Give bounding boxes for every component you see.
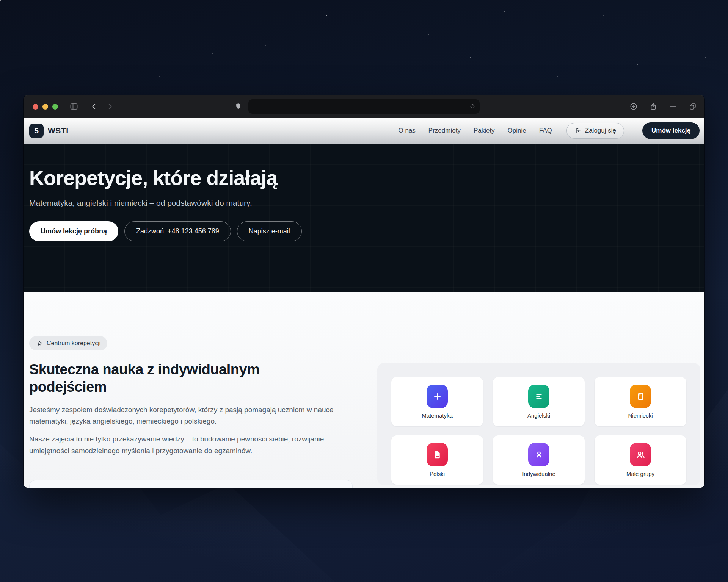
url-input[interactable] — [252, 103, 469, 110]
minimize-button[interactable] — [42, 104, 48, 110]
nav-menu: O nasPrzedmiotyPakietyOpinieFAQ Zaloguj … — [398, 122, 700, 139]
subject-label: Matematyka — [422, 412, 453, 419]
people-icon — [630, 443, 651, 466]
login-button[interactable]: Zaloguj się — [566, 123, 624, 139]
back-icon[interactable] — [90, 102, 98, 111]
text-lines-icon — [528, 385, 549, 408]
subject-label: Angielski — [527, 412, 550, 419]
login-label: Zaloguj się — [585, 127, 616, 135]
hero-actions: Umów lekcję próbnąZadzwoń: +48 123 456 7… — [29, 221, 704, 241]
downloads-icon[interactable] — [629, 102, 638, 111]
about-section: Centrum korepetycji Skuteczna nauka z in… — [24, 292, 704, 488]
logo-badge: 5 — [29, 124, 44, 138]
subject-card-niemiecki[interactable]: Niemiecki — [595, 377, 686, 426]
star-icon — [36, 340, 43, 347]
hero-button-0[interactable]: Umów lekcję próbną — [29, 221, 118, 241]
browser-window: 5 WSTI O nasPrzedmiotyPakietyOpinieFAQ Z… — [24, 95, 704, 488]
nav-links: O nasPrzedmiotyPakietyOpinieFAQ — [398, 127, 552, 135]
brand-name: WSTI — [48, 126, 69, 135]
nav-link-opinie[interactable]: Opinie — [508, 127, 526, 135]
hero-section: Korepetycje, które działają Matematyka, … — [24, 144, 704, 292]
book-icon — [630, 385, 651, 408]
subject-card-polski[interactable]: Polski — [391, 435, 483, 485]
privacy-shield-icon[interactable] — [234, 103, 242, 111]
nav-link-o-nas[interactable]: O nas — [398, 127, 415, 135]
hero-button-1[interactable]: Zadzwoń: +48 123 456 789 — [124, 221, 231, 241]
about-paragraph: Nasze zajęcia to nie tylko przekazywanie… — [29, 433, 337, 457]
hero-subtitle: Matematyka, angielski i niemiecki – od p… — [29, 199, 704, 208]
nav-link-przedmioty[interactable]: Przedmioty — [428, 127, 461, 135]
subject-card-małe-grupy[interactable]: Małe grupy — [595, 435, 686, 485]
subject-label: Indywidualne — [522, 471, 555, 477]
new-tab-icon[interactable] — [669, 102, 677, 111]
brand-logo[interactable]: 5 WSTI — [29, 124, 69, 138]
hero-title: Korepetycje, które działają — [29, 144, 704, 189]
login-icon — [574, 127, 582, 135]
about-paragraph: Jesteśmy zespołem doświadczonych korepet… — [29, 404, 337, 428]
zoom-button[interactable] — [52, 104, 58, 110]
titlebar-right-icons — [629, 95, 697, 118]
forward-icon[interactable] — [106, 102, 114, 111]
subject-label: Polski — [430, 471, 445, 477]
section-badge-label: Centrum korepetycji — [47, 340, 100, 347]
tab-overview-icon[interactable] — [689, 102, 697, 111]
document-icon — [427, 443, 448, 466]
address-bar[interactable] — [248, 99, 480, 114]
reload-icon[interactable] — [469, 103, 476, 110]
nav-link-pakiety[interactable]: Pakiety — [474, 127, 495, 135]
book-lesson-button[interactable]: Umów lekcję — [642, 122, 700, 139]
subject-card-angielski[interactable]: Angielski — [493, 377, 585, 426]
browser-titlebar — [24, 95, 704, 118]
person-icon — [528, 443, 549, 466]
subject-label: Małe grupy — [626, 471, 654, 477]
subject-card-matematyka[interactable]: Matematyka — [391, 377, 483, 426]
section-badge: Centrum korepetycji — [29, 336, 107, 350]
sidebar-toggle-icon[interactable] — [69, 102, 78, 111]
nav-link-faq[interactable]: FAQ — [539, 127, 552, 135]
share-icon[interactable] — [649, 102, 657, 111]
subject-label: Niemiecki — [628, 412, 653, 419]
subject-card-indywidualne[interactable]: Indywidualne — [493, 435, 585, 485]
section-heading: Skuteczna nauka z indywidualnym podejści… — [29, 361, 295, 396]
site-navbar: 5 WSTI O nasPrzedmiotyPakietyOpinieFAQ Z… — [24, 118, 704, 144]
subjects-panel: Matematyka Angielski Niemiecki Polski In… — [377, 363, 700, 485]
preview-card — [29, 480, 353, 488]
hero-button-2[interactable]: Napisz e-mail — [237, 221, 302, 241]
close-button[interactable] — [33, 104, 38, 110]
window-controls — [33, 104, 58, 110]
plus-icon — [427, 385, 448, 408]
